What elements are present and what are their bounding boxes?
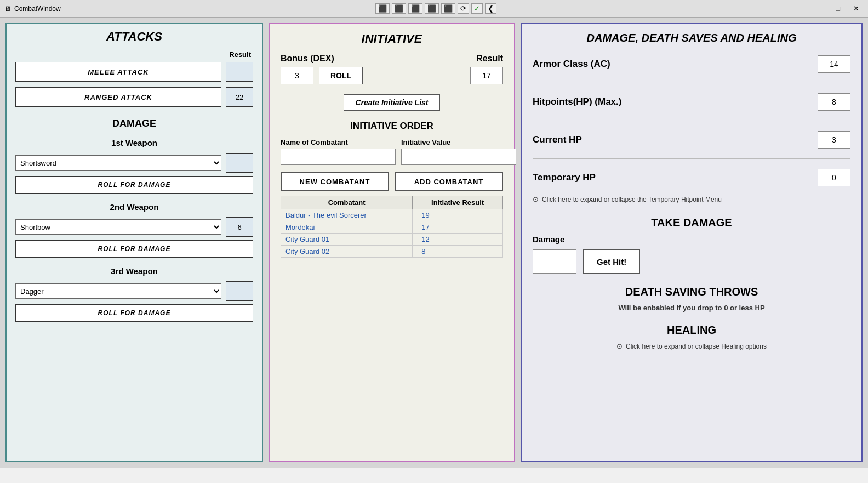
- temp-hp-row: Temporary HP 0: [533, 169, 850, 186]
- toolbar-icon-4: ⬛: [425, 3, 439, 14]
- temp-hp-collapse-text: Click here to expand or collapse the Tem…: [542, 196, 722, 203]
- table-header-combatant: Combatant: [281, 196, 413, 209]
- divider-3: [533, 158, 850, 159]
- table-header-initiative: Initiative Result: [413, 196, 503, 209]
- damage-heading: DAMAGE: [15, 118, 253, 129]
- hitpoints-label: Hitpoints(HP) (Max.): [533, 96, 621, 107]
- armor-class-row: Armor Class (AC) 14: [533, 55, 850, 73]
- minimize-button[interactable]: —: [811, 3, 827, 14]
- weapon3-result-box: [226, 281, 253, 301]
- combatant-fields-row: Name of Combatant Initiative Value: [281, 138, 503, 165]
- melee-attack-button[interactable]: MELEE ATTACK: [15, 62, 221, 82]
- attacks-result-label: Result: [229, 50, 251, 59]
- ranged-attack-button[interactable]: RANGED ATTACK: [15, 87, 221, 107]
- weapon1-select-row: Shortsword Longsword Greatsword Handaxe …: [15, 153, 253, 173]
- toolbar-icon-3: ⬛: [408, 3, 422, 14]
- divider-1: [533, 83, 850, 83]
- weapon2-select[interactable]: Shortbow Longbow Crossbow Hand Crossbow: [15, 219, 221, 235]
- hitpoints-row: Hitpoints(HP) (Max.) 8: [533, 93, 850, 111]
- toolbar-icon-8: ❮: [485, 3, 496, 14]
- initiative-value-field-group: Initiative Value: [401, 138, 516, 165]
- healing-collapse-text: Click here to expand or collapse Healing…: [626, 343, 767, 350]
- weapon1-result-box: [226, 153, 253, 173]
- healing-collapse-icon: ⊙: [616, 342, 623, 350]
- weapon3-label: 3rd Weapon: [15, 266, 253, 276]
- ranged-result-box: 22: [226, 87, 253, 107]
- app-icon: 🖥: [4, 5, 11, 13]
- new-combatant-button[interactable]: NEW COMBATANT: [281, 172, 389, 191]
- combatant-buttons-row: NEW COMBATANT ADD COMBATANT: [281, 172, 503, 191]
- combatant-name-cell: Mordekai: [281, 221, 413, 234]
- get-hit-button[interactable]: Get Hit!: [583, 249, 640, 274]
- weapon1-label: 1st Weapon: [15, 138, 253, 147]
- weapon2-label: 2nd Weapon: [15, 202, 253, 212]
- combatant-name-cell: City Guard 01: [281, 234, 413, 246]
- initiative-value-input[interactable]: [401, 149, 516, 165]
- temp-hp-collapse-icon: ⊙: [533, 195, 539, 203]
- bonus-input[interactable]: [281, 67, 313, 84]
- weapon2-roll-row: ROLL FOR DAMAGE: [15, 240, 253, 258]
- table-row: Mordekai17: [281, 221, 503, 234]
- weapon2-result-box: 6: [226, 217, 253, 237]
- weapon2-roll-button[interactable]: ROLL FOR DAMAGE: [15, 240, 253, 258]
- toolbar-icon-1: ⬛: [375, 3, 390, 14]
- table-row: City Guard 028: [281, 246, 503, 258]
- melee-result-box: [226, 62, 253, 82]
- healing-title: HEALING: [533, 324, 850, 337]
- current-hp-value: 3: [818, 131, 850, 149]
- temp-hp-value: 0: [818, 169, 850, 186]
- window-title: CombatWindow: [14, 5, 61, 13]
- armor-class-value: 14: [818, 55, 850, 73]
- temp-hp-label: Temporary HP: [533, 172, 596, 183]
- ranged-attack-row: RANGED ATTACK 22: [15, 87, 253, 107]
- weapon3-select[interactable]: Dagger Shortsword Longsword Handaxe: [15, 283, 221, 299]
- combatant-name-cell: Baldur - The evil Sorcerer: [281, 209, 413, 221]
- weapon3-select-row: Dagger Shortsword Longsword Handaxe: [15, 281, 253, 301]
- combatant-value-cell: 19: [413, 209, 503, 221]
- temp-hp-collapse-row[interactable]: ⊙ Click here to expand or collapse the T…: [533, 195, 850, 203]
- damage-input[interactable]: [533, 249, 576, 274]
- weapon1-select[interactable]: Shortsword Longsword Greatsword Handaxe …: [15, 155, 221, 171]
- weapon1-roll-row: ROLL FOR DAMAGE: [15, 176, 253, 194]
- maximize-button[interactable]: □: [831, 3, 844, 14]
- combatant-value-cell: 17: [413, 221, 503, 234]
- main-content: ATTACKS Result MELEE ATTACK RANGED ATTAC…: [0, 18, 868, 468]
- name-label: Name of Combatant: [281, 138, 396, 146]
- toolbar-icon-6: ⟳: [458, 3, 469, 14]
- melee-attack-row: MELEE ATTACK: [15, 62, 253, 82]
- combatant-value-cell: 8: [413, 246, 503, 258]
- damage-input-row: Get Hit!: [533, 249, 850, 274]
- toolbar-icon-5: ⬛: [441, 3, 455, 14]
- result-label: Result: [470, 54, 503, 64]
- attacks-heading: ATTACKS: [15, 30, 253, 44]
- result-group: Result: [470, 54, 503, 84]
- result-input[interactable]: [470, 67, 503, 84]
- weapon3-roll-row: ROLL FOR DAMAGE: [15, 304, 253, 322]
- initiative-table: Combatant Initiative Result Baldur - The…: [281, 196, 503, 258]
- table-row: City Guard 0112: [281, 234, 503, 246]
- death-saves-title: DEATH SAVING THROWS: [533, 286, 850, 298]
- weapon2-select-row: Shortbow Longbow Crossbow Hand Crossbow …: [15, 217, 253, 237]
- toolbar-icon-7: ✓: [471, 3, 483, 14]
- current-hp-row: Current HP 3: [533, 131, 850, 149]
- damage-death-panel: DAMAGE, DEATH SAVES AND HEALING Armor Cl…: [521, 23, 863, 462]
- toolbar-icon-2: ⬛: [392, 3, 406, 14]
- create-initiative-button[interactable]: Create Initiative List: [344, 94, 439, 111]
- roll-button[interactable]: ROLL: [319, 67, 363, 84]
- initiative-order-title: INITIATIVE ORDER: [281, 121, 503, 132]
- damage-label: Damage: [533, 235, 850, 244]
- healing-collapse-row[interactable]: ⊙ Click here to expand or collapse Heali…: [533, 342, 850, 350]
- close-button[interactable]: ✕: [849, 3, 864, 14]
- combatant-name-input[interactable]: [281, 149, 396, 165]
- armor-class-label: Armor Class (AC): [533, 59, 610, 70]
- weapon3-roll-button[interactable]: ROLL FOR DAMAGE: [15, 304, 253, 322]
- attacks-panel: ATTACKS Result MELEE ATTACK RANGED ATTAC…: [5, 23, 263, 462]
- bonus-label: Bonus (DEX): [281, 54, 363, 64]
- add-combatant-button[interactable]: ADD COMBATANT: [395, 172, 503, 191]
- table-row: Baldur - The evil Sorcerer19: [281, 209, 503, 221]
- combatant-value-cell: 12: [413, 234, 503, 246]
- weapon1-roll-button[interactable]: ROLL FOR DAMAGE: [15, 176, 253, 194]
- damage-heading-main: DAMAGE, DEATH SAVES AND HEALING: [533, 32, 850, 44]
- title-bar: 🖥 CombatWindow ⬛ ⬛ ⬛ ⬛ ⬛ ⟳ ✓ ❮ — □ ✕: [0, 0, 868, 18]
- current-hp-label: Current HP: [533, 134, 582, 145]
